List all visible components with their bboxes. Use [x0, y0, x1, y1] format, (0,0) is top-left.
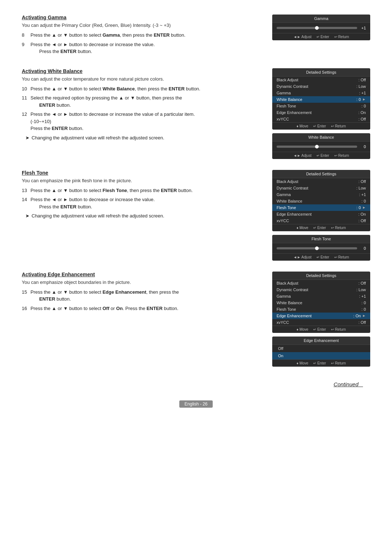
section-left-gamma: Activating Gamma You can adjust the Prim…: [22, 15, 258, 57]
osd-footer-item: ↵ Enter: [313, 124, 326, 128]
note-press: Press the ENTER button.: [30, 125, 254, 132]
section-edge-enhancement: Activating Edge Enhancement You can emph…: [22, 272, 370, 367]
step-text: Select the required option by pressing t…: [30, 94, 254, 109]
step-item: 8 Press the ▲ or ▼ button to select Gamm…: [22, 32, 254, 39]
osd-footer-item: ↵ Enter: [313, 361, 326, 365]
osd-footer: ♦ Move↵ Enter↩ Return: [272, 326, 370, 333]
slider-track: [277, 146, 357, 148]
osd-menu-row: Flesh Tone : 0►: [272, 204, 370, 211]
osd-footer-item: ↩ Return: [331, 226, 346, 230]
row-label: Gamma: [277, 192, 291, 197]
slider-value: 0: [360, 246, 366, 250]
step-text: Press the ◄ or ► button to decrease or i…: [30, 41, 254, 55]
slider-thumb: [315, 246, 319, 250]
slider-value: 0: [360, 144, 366, 149]
row-value: : 0: [362, 307, 366, 311]
osd-footer: ◄► Adjust↵ Enter↩ Return: [272, 33, 370, 40]
osd-title: Detailed Settings: [272, 68, 370, 77]
osd-menu-row: xvYCC : Off: [272, 319, 370, 326]
section-desc: You can emphasize the pink flesh tone in…: [22, 178, 254, 183]
osd-menu-row: xvYCC : Off: [272, 217, 370, 224]
osd-menu-row: Edge Enhancement : On: [272, 109, 370, 116]
osd-footer-item: ↩ Return: [334, 255, 349, 259]
osd-footer-item: ◄► Adjust: [293, 35, 311, 39]
osd-detail-menu: Detailed Settings Black Adjust : Off Dyn…: [272, 68, 370, 130]
osd-footer-item: ↩ Return: [331, 361, 346, 365]
section-gamma: Activating Gamma You can adjust the Prim…: [22, 15, 370, 57]
row-value: : 0: [362, 301, 366, 305]
section-right-edge-enhancement: Detailed Settings Black Adjust : Off Dyn…: [265, 272, 370, 367]
osd-slider-body: 0: [272, 243, 370, 253]
note-arrow-item: ➤ Changing the adjustment value will ref…: [22, 134, 254, 142]
step-sub: ENTER button.: [30, 296, 254, 303]
osd-select-title: Edge Enhancement: [272, 337, 370, 345]
osd-footer-item: ↵ Enter: [313, 226, 326, 230]
osd-menu-row: Dynamic Contrast : Low: [272, 83, 370, 90]
osd-slider: Gamma +1 ◄► Adjust↵ Enter↩ Return: [272, 15, 370, 40]
osd-footer-item: ◄► Adjust: [293, 255, 311, 259]
row-value: : Off: [358, 320, 366, 325]
section-desc: You can adjust the Primary Color (Red, G…: [22, 23, 254, 28]
row-label: White Balance: [277, 199, 302, 203]
row-label: Edge Enhancement: [277, 110, 312, 115]
osd-menu-row: Flesh Tone : 0: [272, 103, 370, 109]
step-num: 15: [22, 289, 30, 296]
osd-menu-row: White Balance : 0: [272, 299, 370, 306]
section-left-flesh-tone: Flesh Tone You can emphasize the pink fl…: [22, 170, 258, 261]
step-item: 13 Press the ▲ or ▼ button to select Fle…: [22, 187, 254, 194]
row-label: Flesh Tone: [277, 104, 296, 108]
osd-menu-row: Gamma : +1: [272, 90, 370, 96]
section-title: Activating Gamma: [22, 15, 254, 20]
osd-select-widget: Edge Enhancement OffOn ♦ Move↵ Enter↩ Re…: [272, 337, 370, 367]
step-list: 8 Press the ▲ or ▼ button to select Gamm…: [22, 32, 254, 55]
row-label: Edge Enhancement: [277, 314, 312, 318]
row-label: xvYCC: [277, 117, 289, 121]
step-sub: ENTER button.: [30, 102, 254, 109]
section-left-white-balance: Activating White Balance You can adjust …: [22, 68, 258, 159]
osd-menu-row: Edge Enhancement : On►: [272, 313, 370, 319]
note-arrow-icon: ➤: [25, 212, 29, 220]
row-value: : On: [358, 212, 366, 216]
section-left-edge-enhancement: Activating Edge Enhancement You can emph…: [22, 272, 258, 367]
page-content: Activating Gamma You can adjust the Prim…: [22, 15, 370, 378]
row-value: : Off: [358, 78, 366, 82]
row-label: Gamma: [277, 91, 291, 95]
row-value: : Off: [358, 219, 366, 223]
osd-footer-item: ◄► Adjust: [293, 154, 311, 158]
osd-footer: ♦ Move↵ Enter↩ Return: [272, 359, 370, 367]
osd-footer-item: ♦ Move: [297, 361, 308, 365]
row-label: Black Adjust: [277, 281, 298, 285]
osd-footer-item: ↩ Return: [334, 154, 349, 158]
continued-label: Continued _: [22, 381, 370, 387]
row-value: : 0►: [356, 97, 366, 102]
row-label: Flesh Tone: [277, 205, 296, 210]
osd-select-item: Off: [272, 345, 370, 352]
row-value: : On: [358, 110, 366, 115]
step-num: 16: [22, 305, 30, 312]
row-value: : Off: [358, 117, 366, 121]
osd-detail-menu: Detailed Settings Black Adjust : Off Dyn…: [272, 272, 370, 333]
row-value: : Low: [356, 84, 366, 89]
section-flesh-tone: Flesh Tone You can emphasize the pink fl…: [22, 170, 370, 261]
osd-menu-row: Dynamic Contrast : Low: [272, 286, 370, 293]
osd-footer-item: ↵ Enter: [317, 154, 329, 158]
row-value: : +1: [359, 192, 366, 197]
osd-slider-title: Flesh Tone: [272, 235, 370, 243]
osd-footer: ◄► Adjust↵ Enter↩ Return: [272, 253, 370, 261]
step-list: 10 Press the ▲ or ▼ button to select Whi…: [22, 85, 254, 132]
section-right-flesh-tone: Detailed Settings Black Adjust : Off Dyn…: [265, 170, 370, 261]
section-white-balance: Activating White Balance You can adjust …: [22, 68, 370, 159]
row-value: : 0: [362, 104, 366, 108]
row-value: : 0►: [356, 205, 366, 210]
note-arrow-icon: ➤: [25, 134, 29, 142]
row-label: Black Adjust: [277, 78, 298, 82]
osd-menu-row: Edge Enhancement : On: [272, 211, 370, 217]
step-sub: Press the ENTER button.: [30, 48, 254, 55]
row-label: Dynamic Contrast: [277, 186, 308, 190]
osd-menu-row: White Balance : 0►: [272, 96, 370, 103]
osd-menu-row: Flesh Tone : 0: [272, 306, 370, 313]
osd-footer-item: ↩ Return: [331, 327, 346, 331]
step-text: Press the ▲ or ▼ button to select White …: [30, 85, 254, 93]
osd-slider: White Balance 0 ◄► Adjust↵ Enter↩ Return: [272, 133, 370, 159]
slider-thumb: [315, 145, 319, 148]
